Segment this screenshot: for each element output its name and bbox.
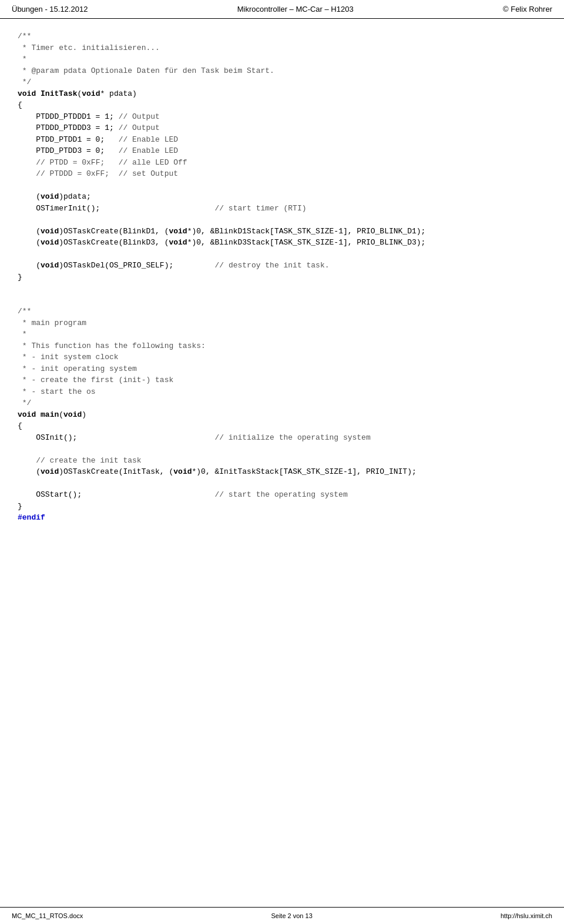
page-header: Übungen - 15.12.2012 Mikrocontroller – M… bbox=[0, 0, 564, 19]
footer-center: Seite 2 von 13 bbox=[271, 912, 312, 919]
header-right: © Felix Rohrer bbox=[503, 5, 552, 14]
page-content: /** * Timer etc. initialisieren... * * @… bbox=[0, 19, 564, 535]
footer-right: http://hslu.ximit.ch bbox=[501, 912, 552, 919]
footer-left: MC_MC_11_RTOS.docx bbox=[12, 912, 83, 919]
header-left: Übungen - 15.12.2012 bbox=[12, 5, 88, 14]
page-footer: MC_MC_11_RTOS.docx Seite 2 von 13 http:/… bbox=[0, 907, 564, 924]
code-block: /** * Timer etc. initialisieren... * * @… bbox=[18, 31, 546, 524]
header-center: Mikrocontroller – MC-Car – H1203 bbox=[237, 5, 354, 14]
